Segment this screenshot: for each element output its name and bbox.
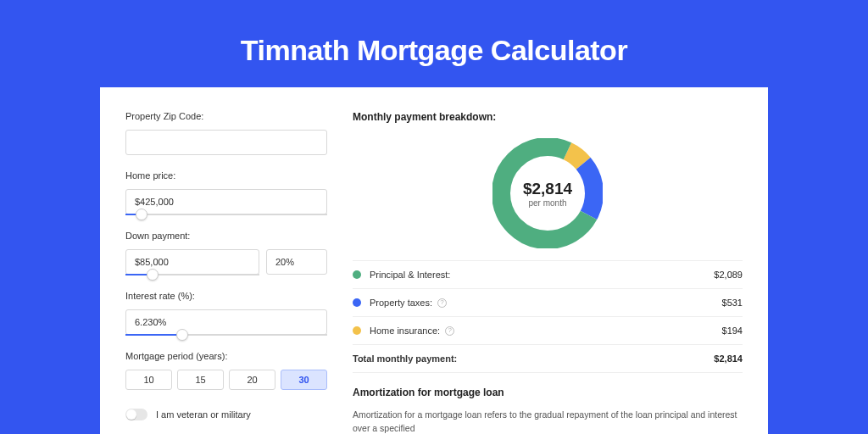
form-panel: Property Zip Code: Home price: Down paym… xyxy=(125,111,327,434)
interest-rate-slider[interactable] xyxy=(125,334,327,336)
breakdown-row-value: $531 xyxy=(722,298,743,308)
breakdown-row: Property taxes:?$531 xyxy=(353,289,743,317)
legend-dot xyxy=(353,298,361,307)
donut-amount: $2,814 xyxy=(523,180,572,198)
breakdown-row-value: $194 xyxy=(722,326,743,336)
breakdown-panel: Monthly payment breakdown: $2,814 per mo… xyxy=(353,111,743,434)
breakdown-rows: Principal & Interest:$2,089Property taxe… xyxy=(353,260,743,373)
donut-sub: per month xyxy=(528,198,566,208)
breakdown-row-label: Property taxes:? xyxy=(370,298,722,308)
field-home-price: Home price: xyxy=(125,170,327,215)
donut-wrap: $2,814 per month xyxy=(353,135,743,260)
amortization-text: Amortization for a mortgage loan refers … xyxy=(353,409,743,434)
home-price-slider[interactable] xyxy=(125,214,327,215)
down-payment-label: Down payment: xyxy=(125,231,327,241)
interest-rate-label: Interest rate (%): xyxy=(125,291,327,301)
legend-dot xyxy=(353,326,361,335)
info-icon[interactable]: ? xyxy=(445,326,454,336)
breakdown-total-row: Total monthly payment:$2,814 xyxy=(353,345,743,373)
page-title: Timnath Mortgage Calculator xyxy=(0,0,868,87)
period-btn-15[interactable]: 15 xyxy=(177,370,224,390)
period-btn-10[interactable]: 10 xyxy=(125,370,172,390)
donut-chart: $2,814 per month xyxy=(492,138,603,248)
veteran-toggle[interactable] xyxy=(125,409,147,420)
zip-label: Property Zip Code: xyxy=(125,111,327,121)
veteran-label: I am veteran or military xyxy=(156,409,251,420)
down-payment-amount-input[interactable] xyxy=(125,249,259,275)
home-price-input[interactable] xyxy=(125,189,327,214)
home-price-label: Home price: xyxy=(125,170,327,181)
total-label: Total monthly payment: xyxy=(353,353,714,364)
toggle-knob xyxy=(126,409,136,420)
breakdown-title: Monthly payment breakdown: xyxy=(353,111,743,123)
field-down-payment: Down payment: xyxy=(125,231,327,275)
field-zip: Property Zip Code: xyxy=(125,111,327,155)
calculator-card: Property Zip Code: Home price: Down paym… xyxy=(100,87,768,434)
breakdown-row-label: Home insurance:? xyxy=(370,326,722,336)
field-period: Mortgage period (years): 10152030 xyxy=(125,351,327,390)
legend-dot xyxy=(353,270,361,279)
calculator-outer: Property Zip Code: Home price: Down paym… xyxy=(100,87,768,434)
breakdown-row: Home insurance:?$194 xyxy=(353,317,743,345)
total-value: $2,814 xyxy=(714,353,743,364)
period-label: Mortgage period (years): xyxy=(125,351,327,361)
donut-center: $2,814 per month xyxy=(492,138,603,248)
interest-rate-input[interactable] xyxy=(125,309,327,335)
amortization-title: Amortization for mortgage loan xyxy=(353,387,743,398)
down-payment-slider[interactable] xyxy=(125,274,259,275)
period-button-group: 10152030 xyxy=(125,370,327,390)
breakdown-row-value: $2,089 xyxy=(714,270,743,280)
period-btn-30[interactable]: 30 xyxy=(281,370,327,390)
veteran-toggle-row: I am veteran or military xyxy=(125,409,327,420)
field-interest-rate: Interest rate (%): xyxy=(125,291,327,336)
breakdown-row-label: Principal & Interest: xyxy=(370,270,714,280)
down-payment-pct-input[interactable] xyxy=(266,249,327,275)
breakdown-row: Principal & Interest:$2,089 xyxy=(353,261,743,289)
period-btn-20[interactable]: 20 xyxy=(229,370,275,390)
info-icon[interactable]: ? xyxy=(437,298,447,308)
zip-input[interactable] xyxy=(125,130,327,155)
amortization-section: Amortization for mortgage loan Amortizat… xyxy=(353,387,743,434)
